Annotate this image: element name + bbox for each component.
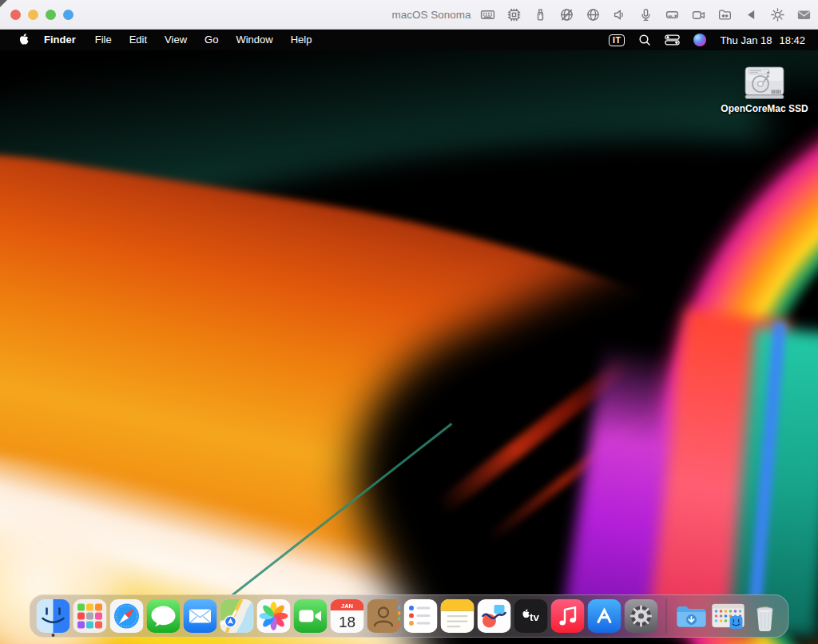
menu-window[interactable]: Window <box>227 30 281 50</box>
menu-finder[interactable]: Finder <box>35 30 86 50</box>
maps-icon <box>220 599 254 633</box>
network-icon[interactable] <box>586 7 601 22</box>
vm-toolbar <box>480 0 812 30</box>
desktop: OpenCoreMac SSD <box>0 50 818 644</box>
dock-item-minimized-finder-window[interactable] <box>712 599 745 633</box>
photos-icon <box>257 599 291 633</box>
dock: JAN 18 <box>30 594 789 638</box>
zoom-button[interactable] <box>46 10 56 20</box>
dock-item-safari[interactable] <box>110 599 144 633</box>
volume-label: OpenCoreMac SSD <box>717 103 812 114</box>
safari-icon <box>110 599 144 633</box>
dock-item-freeform[interactable] <box>478 599 511 633</box>
tv-logo-text: tv <box>530 611 539 623</box>
spotlight-icon[interactable] <box>638 34 651 46</box>
dock-item-finder[interactable] <box>37 599 70 633</box>
calendar-day: 18 <box>339 614 355 630</box>
dock-item-contacts[interactable] <box>367 599 401 633</box>
menu-edit[interactable]: Edit <box>121 30 156 50</box>
drive-icon[interactable] <box>665 7 680 22</box>
dock-item-launchpad[interactable] <box>73 599 107 633</box>
input-source-badge[interactable]: IT <box>609 34 625 46</box>
freeform-icon <box>478 599 511 633</box>
microphone-icon[interactable] <box>638 7 653 22</box>
minimized-window-icon <box>712 599 745 633</box>
camera-icon[interactable] <box>691 7 706 22</box>
menu-bar-clock[interactable]: Thu Jan 18 18:42 <box>720 34 805 46</box>
speaker-icon[interactable] <box>612 7 627 22</box>
vm-titlebar: macOS Sonoma <box>0 0 818 30</box>
notes-icon <box>441 599 475 633</box>
music-icon <box>551 599 585 633</box>
dock-separator <box>666 598 667 634</box>
apple-logo-icon <box>18 34 29 46</box>
dock-item-calendar[interactable]: JAN 18 <box>331 599 364 633</box>
menu-bar-left: Finder File Edit View Go Window Help <box>0 30 320 50</box>
apple-menu[interactable] <box>11 34 35 46</box>
reminders-icon <box>404 599 438 633</box>
finder-icon <box>37 599 70 633</box>
facetime-icon <box>294 599 328 633</box>
app-store-icon <box>588 599 621 633</box>
clock-date: Thu Jan 18 <box>720 34 772 46</box>
minimize-button[interactable] <box>28 10 38 20</box>
gear-icon[interactable] <box>770 7 785 22</box>
dock-item-facetime[interactable] <box>294 599 328 633</box>
dock-item-notes[interactable] <box>441 599 475 633</box>
cpu-icon[interactable] <box>506 7 522 22</box>
calendar-month: JAN <box>341 602 353 610</box>
dock-item-app-store[interactable] <box>588 599 621 633</box>
contacts-icon <box>367 599 401 633</box>
hard-drive-icon <box>743 66 786 100</box>
launchpad-icon <box>73 599 107 633</box>
keyboard-icon[interactable] <box>480 7 495 22</box>
dock-item-reminders[interactable] <box>404 599 438 633</box>
close-button[interactable] <box>10 10 21 20</box>
usb-icon[interactable] <box>533 7 548 22</box>
hide-toolbar-icon[interactable] <box>744 7 759 22</box>
dock-item-maps[interactable] <box>220 599 254 633</box>
menu-help[interactable]: Help <box>282 30 321 50</box>
system-settings-icon <box>625 599 658 633</box>
control-center-icon[interactable] <box>665 34 680 46</box>
dock-item-messages[interactable] <box>147 599 181 633</box>
trash-full-icon <box>749 599 782 633</box>
capture-input-button[interactable] <box>63 10 73 20</box>
dock-item-downloads[interactable] <box>675 599 709 633</box>
dock-item-trash[interactable] <box>749 599 782 633</box>
shared-folder-icon[interactable] <box>717 7 733 22</box>
window-corner <box>0 0 7 7</box>
dock-item-music[interactable] <box>551 599 585 633</box>
messages-icon <box>147 599 181 633</box>
menu-bar: Finder File Edit View Go Window Help IT … <box>0 30 818 50</box>
running-indicator <box>52 634 55 637</box>
desktop-volume-opencoremac-ssd[interactable]: OpenCoreMac SSD <box>717 66 812 114</box>
mail-icon[interactable] <box>796 7 812 22</box>
window-title: macOS Sonoma <box>391 0 471 30</box>
mail-icon <box>184 599 217 633</box>
menu-view[interactable]: View <box>156 30 196 50</box>
calendar-icon: JAN 18 <box>331 599 364 633</box>
menu-go[interactable]: Go <box>196 30 227 50</box>
siri-icon[interactable] <box>693 34 706 46</box>
menu-file[interactable]: File <box>86 30 121 50</box>
dock-item-tv[interactable]: tv <box>514 599 548 633</box>
dock-item-mail[interactable] <box>184 599 217 633</box>
dock-item-system-settings[interactable] <box>625 599 658 633</box>
tv-icon: tv <box>514 599 548 633</box>
downloads-folder-icon <box>675 599 709 633</box>
network-disabled-icon[interactable] <box>559 7 574 22</box>
dock-item-photos[interactable] <box>257 599 291 633</box>
clock-time: 18:42 <box>779 34 805 46</box>
menu-bar-status: IT Thu Jan 18 18:42 <box>609 34 818 46</box>
